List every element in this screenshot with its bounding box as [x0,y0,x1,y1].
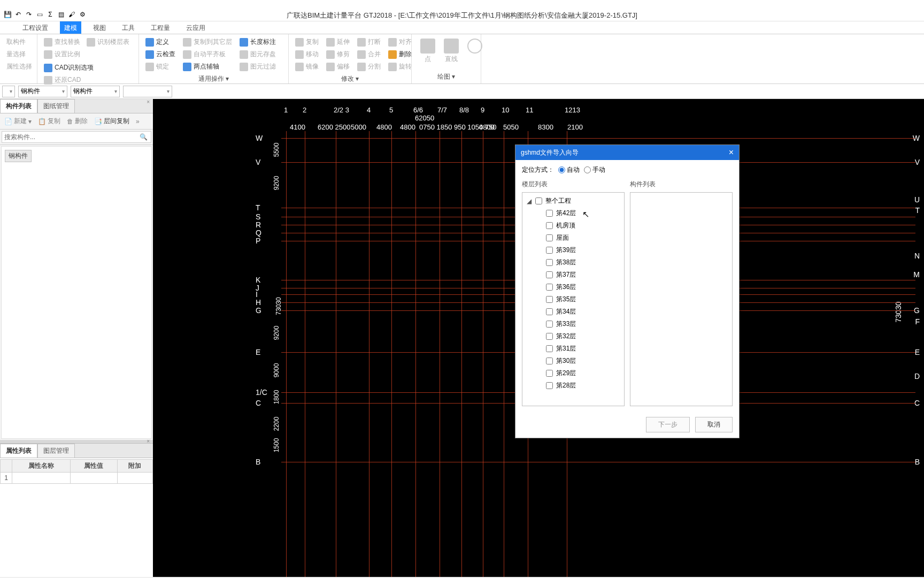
redo-icon[interactable]: ↷ [25,10,33,19]
checkbox[interactable] [546,259,553,266]
copy-to-other-floor-button[interactable]: 复制到其它层 [181,36,234,48]
layer-copy-button[interactable]: 📑 层间复制 [92,116,132,127]
checkbox[interactable] [546,333,553,340]
region-icon[interactable]: ▭ [35,10,44,19]
list-item[interactable]: 第42层 [522,207,624,219]
floor-listbox[interactable]: ◢ 整个工程 第42层机房顶屋面第39层第38层第37层第36层第35层第34层… [522,192,625,406]
tab-layer-mgmt[interactable]: 图层管理 [37,444,75,458]
next-button[interactable]: 下一步 [646,417,690,432]
settings-icon[interactable]: ⚙ [78,10,87,19]
member-listbox[interactable] [630,192,733,406]
checkbox[interactable] [546,321,553,328]
hide-icon[interactable]: ▤ [57,10,65,19]
combo-2[interactable]: 钢构件▾ [18,86,67,97]
tab-cloud-app[interactable]: 云应用 [182,21,210,34]
delete-member-button[interactable]: 🗑 删除 [65,116,90,127]
point-button[interactable]: 点 [416,36,440,66]
list-item[interactable]: 第30层 [522,355,624,367]
align-button[interactable]: 对齐 [386,36,414,48]
save-icon[interactable]: 💾 [3,10,12,19]
list-item[interactable]: 机房顶 [522,219,624,232]
checkbox[interactable] [546,382,553,389]
tab-view[interactable]: 视图 [89,21,110,34]
tab-project-settings[interactable]: 工程设置 [18,21,52,34]
line-button[interactable]: 直线 [440,36,463,66]
copy-member-button[interactable]: 📋 复制 [36,116,63,127]
checkbox[interactable] [546,234,553,241]
delete-button[interactable]: 删除 [386,49,414,60]
checkbox[interactable] [546,345,553,352]
checkbox[interactable] [535,197,542,204]
list-item[interactable]: 第33层 [522,318,624,330]
find-replace-button[interactable]: 查找替换 [42,36,82,48]
offset-button[interactable]: 偏移 [324,61,352,72]
list-item[interactable]: 第28层 [522,379,624,392]
tab-tools[interactable]: 工具 [118,21,139,34]
element-filter-button[interactable]: 图元过滤 [237,61,278,72]
list-item[interactable]: 第39层 [522,244,624,256]
pick-member-button[interactable]: 取构件 [4,36,33,48]
list-item[interactable]: 第37层 [522,269,624,281]
new-button[interactable]: 📄 新建 ▾ [2,116,34,127]
checkbox[interactable] [546,358,553,364]
dialog-titlebar[interactable]: gshmd文件导入向导 × [515,145,739,160]
mirror-button[interactable]: 镜像 [293,61,321,72]
radio-manual[interactable]: 手动 [584,165,605,174]
checkbox[interactable] [546,308,553,315]
prop-select-button[interactable]: 属性选择 [4,61,33,72]
break-button[interactable]: 打断 [355,36,383,48]
checkbox[interactable] [546,296,553,303]
move-button[interactable]: 移动 [293,49,321,60]
cloud-check-button[interactable]: 云检查 [143,49,178,60]
sum-icon[interactable]: Σ [46,10,55,19]
paint-icon[interactable]: 🖌 [67,10,76,19]
two-point-axis-button[interactable]: 两点辅轴 [181,61,234,72]
radio-auto[interactable]: 自动 [558,165,580,174]
search-icon[interactable]: 🔍 [140,133,148,141]
list-item[interactable]: 第31层 [522,343,624,355]
list-item[interactable]: 第34层 [522,306,624,318]
list-item[interactable]: 第36层 [522,281,624,293]
extend-button[interactable]: 延伸 [324,36,352,48]
list-item[interactable]: 第29层 [522,367,624,379]
combo-3[interactable]: 钢构件▾ [71,86,120,97]
search-input[interactable] [2,131,151,143]
list-item[interactable]: 第32层 [522,330,624,343]
arc-button[interactable] [463,36,487,66]
batch-select-button[interactable]: 量选择 [4,49,33,60]
tab-drawing-mgmt[interactable]: 图纸管理 [37,99,75,113]
drawing-canvas[interactable]: 122/2 3456/67/78/8910111213 620504100620… [153,99,924,577]
checkbox[interactable] [546,247,553,254]
cancel-button[interactable]: 取消 [695,417,733,432]
element-save-button[interactable]: 图元存盘 [237,49,278,60]
list-item[interactable]: 第35层 [522,293,624,306]
tab-member-list[interactable]: 构件列表 [0,99,37,113]
checkbox[interactable] [546,222,553,229]
trim-button[interactable]: 修剪 [324,49,352,60]
merge-button[interactable]: 合并 [355,49,383,60]
tab-property-list[interactable]: 属性列表 [0,444,37,458]
auto-flat-slab-button[interactable]: 自动平齐板 [181,49,234,60]
list-item[interactable]: 第38层 [522,256,624,269]
copy-button[interactable]: 复制 [293,36,321,48]
length-annotation-button[interactable]: 长度标注 [237,36,278,48]
tab-build-model[interactable]: 建模 [60,21,81,34]
define-button[interactable]: 定义 [143,36,178,48]
tab-start[interactable] [2,21,11,34]
lock-button[interactable]: 锁定 [143,61,178,72]
tree-item-steel[interactable]: 钢构件 [5,150,32,162]
list-item[interactable]: ◢ 整个工程 [522,195,624,207]
checkbox[interactable] [546,284,553,291]
cad-recog-options-button[interactable]: CAD识别选项 [42,62,96,73]
restore-cad-button[interactable]: 还原CAD [42,74,83,86]
checkbox[interactable] [546,370,553,377]
checkbox[interactable] [546,271,553,278]
member-tree[interactable]: 钢构件 [1,146,152,439]
combo-4[interactable]: ▾ [123,86,172,97]
rotate-button[interactable]: 旋转 [386,61,414,72]
undo-icon[interactable]: ↶ [14,10,22,19]
list-item[interactable]: 屋面 [522,232,624,244]
checkbox[interactable] [546,210,553,217]
more-icon[interactable]: » [134,117,142,126]
close-icon[interactable]: × [143,98,153,106]
